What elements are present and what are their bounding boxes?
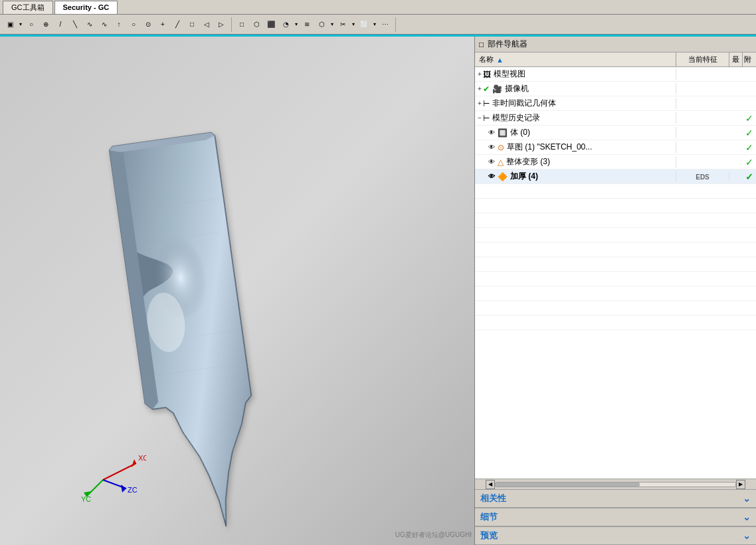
tree-row-model-views[interactable]: + 🖼 模型视图 — [475, 67, 756, 82]
toolbar-btn-snap[interactable]: ⊕ — [39, 17, 53, 32]
chevron-related: ⌄ — [743, 493, 751, 504]
toolbar-btn-slash[interactable]: ╱ — [170, 17, 185, 32]
toolbar-btn-fill[interactable]: ◁ — [199, 17, 214, 32]
tree-row-empty-2 — [475, 199, 756, 213]
toolbar-area: ▣ ▾ ○ ⊕ / ╲ ∿ ∿ ↑ ○ ⊙ + ╱ □ ◁ ▷ □ ⬡ ⬛ ◔ … — [0, 15, 756, 35]
viewport[interactable]: XC YC ZC UG爱好者论坛@UGUGHI — [0, 37, 474, 545]
nav-header: □ 部件导航器 — [475, 37, 756, 53]
tree-row-camera[interactable]: + ✔ 🎥 摄像机 — [475, 82, 756, 96]
toolbar-btn-blend[interactable]: ⬡ — [314, 17, 329, 32]
toolbar-btn-feature[interactable]: ⬜ — [357, 17, 371, 32]
title-bar: GC工具箱 Security - GC — [0, 0, 756, 15]
col-feature-header[interactable]: 当前特征 — [676, 53, 729, 66]
tree-cell-thicken-name: 👁 🔶 加厚 (4) — [475, 171, 676, 182]
watermark: UG爱好者论坛@UGUGHI — [395, 530, 472, 540]
tree-row-empty-10 — [475, 316, 756, 330]
tree-row-empty-3 — [475, 213, 756, 228]
tree-cell-model-views-name: + 🖼 模型视图 — [475, 68, 676, 80]
tree-cell-nontimestamp-name: + ⊢ 非时间戳记几何体 — [475, 98, 676, 109]
toolbar-dropdown-3[interactable]: ▾ — [329, 17, 335, 32]
tab-security-gc[interactable]: Security - GC — [54, 1, 118, 14]
toolbar-dropdown-2[interactable]: ▾ — [293, 17, 300, 32]
toolbar-btn-more[interactable]: ⋯ — [378, 17, 393, 32]
toolbar-btn-sweep[interactable]: ≋ — [300, 17, 314, 32]
tree-row-nontimestamp[interactable]: + ⊢ 非时间戳记几何体 — [475, 96, 756, 111]
toolbar-dropdown-1[interactable]: ▾ — [17, 17, 24, 32]
toolbar-btn-wireframe[interactable]: ○ — [24, 17, 39, 32]
bottom-sections: 相关性 ⌄ 细节 ⌄ 预览 ⌄ — [475, 489, 756, 545]
tree-row-empty-8 — [475, 286, 756, 301]
right-panel: □ 部件导航器 名称 ▲ 当前特征 最 附 + — [474, 37, 756, 545]
tree-cell-history-name: − ⊢ 模型历史记录 — [475, 112, 676, 124]
svg-marker-14 — [121, 485, 126, 492]
toolbar-btn-select[interactable]: ▣ — [3, 17, 17, 32]
svg-line-7 — [103, 463, 136, 480]
tree-row-body[interactable]: 👁 🔲 体 (0) ✓ — [475, 126, 756, 140]
col-name-header[interactable]: 名称 ▲ — [475, 53, 676, 66]
toolbar-btn-rect[interactable]: □ — [185, 17, 199, 32]
scroll-track[interactable] — [495, 482, 736, 487]
tree-row-sketch[interactable]: 👁 ⊙ 草图 (1) "SKETCH_00... ✓ — [475, 140, 756, 155]
col-hide-header[interactable]: 附 — [743, 53, 756, 66]
toolbar-btn-point[interactable]: ⊙ — [141, 17, 155, 32]
toolbar-btn-arc[interactable]: ╲ — [68, 17, 82, 32]
tree-cell-body-name: 👁 🔲 体 (0) — [475, 127, 676, 138]
chevron-preview: ⌄ — [743, 530, 751, 541]
tree-row-empty-5 — [475, 243, 756, 257]
toolbar-btn-plus[interactable]: + — [155, 17, 170, 32]
chevron-detail: ⌄ — [743, 512, 751, 522]
tree-row-empty-1 — [475, 184, 756, 199]
section-detail[interactable]: 细节 ⌄ — [475, 508, 756, 526]
section-related[interactable]: 相关性 ⌄ — [475, 489, 756, 508]
tree-area[interactable]: + 🖼 模型视图 + ✔ 🎥 摄像机 — [475, 67, 756, 479]
toolbar-btn-circle[interactable]: ○ — [126, 17, 141, 32]
tree-row-thicken[interactable]: 👁 🔶 加厚 (4) EDS ✓ — [475, 169, 756, 184]
svg-text:YC: YC — [81, 495, 91, 503]
toolbar-dropdown-4[interactable]: ▾ — [350, 17, 357, 32]
scroll-left-btn[interactable]: ◀ — [486, 480, 495, 489]
toolbar-btn-revolve[interactable]: ◔ — [278, 17, 293, 32]
toolbar-btn-extrude[interactable]: ⬛ — [264, 17, 278, 32]
toolbar-btn-line[interactable]: / — [53, 17, 68, 32]
tree-row-empty-7 — [475, 272, 756, 286]
svg-rect-0 — [0, 37, 474, 545]
tree-row-history[interactable]: − ⊢ 模型历史记录 ✓ — [475, 111, 756, 126]
tree-row-empty-9 — [475, 301, 756, 316]
tree-row-empty-4 — [475, 228, 756, 243]
h-scrollbar[interactable]: ◀ ▶ — [475, 479, 756, 489]
toolbar-btn-bridge[interactable]: ∿ — [97, 17, 112, 32]
tree-row-empty-6 — [475, 257, 756, 272]
section-preview[interactable]: 预览 ⌄ — [475, 526, 756, 545]
nav-title: 部件导航器 — [488, 39, 527, 50]
toolbar-btn-box2[interactable]: ⬡ — [249, 17, 264, 32]
toolbar-btn-offset[interactable]: ▷ — [214, 17, 229, 32]
toolbar-dropdown-5[interactable]: ▾ — [371, 17, 378, 32]
svg-marker-8 — [132, 459, 136, 467]
col-max-header[interactable]: 最 — [729, 53, 743, 66]
tree-col-header: 名称 ▲ 当前特征 最 附 — [475, 53, 756, 67]
svg-text:XC: XC — [138, 454, 146, 462]
toolbar-group-1: ▣ ▾ ○ ⊕ / ╲ ∿ ∿ ↑ ○ ⊙ + ╱ □ ◁ ▷ — [3, 17, 232, 32]
toolbar-btn-trim[interactable]: ✂ — [335, 17, 350, 32]
toolbar-btn-up[interactable]: ↑ — [112, 17, 126, 32]
coord-axes: XC YC ZC — [80, 443, 146, 505]
tree-cell-camera-name: + ✔ 🎥 摄像机 — [475, 83, 676, 94]
toolbar-group-2: □ ⬡ ⬛ ◔ ▾ ≋ ⬡ ▾ ✂ ▾ ⬜ ▾ ⋯ — [235, 17, 396, 32]
nav-icon: □ — [479, 40, 484, 49]
tree-cell-deform-name: 👁 △ 整体变形 (3) — [475, 156, 676, 167]
svg-text:ZC: ZC — [128, 486, 138, 494]
toolbar-btn-curve[interactable]: ∿ — [82, 17, 97, 32]
toolbar-btn-box[interactable]: □ — [235, 17, 249, 32]
tree-cell-sketch-name: 👁 ⊙ 草图 (1) "SKETCH_00... — [475, 142, 676, 153]
model-svg — [0, 37, 474, 545]
main-layout: XC YC ZC UG爱好者论坛@UGUGHI □ 部件导航器 — [0, 37, 756, 545]
tab-gc-toolbox[interactable]: GC工具箱 — [3, 1, 53, 14]
tree-row-deform[interactable]: 👁 △ 整体变形 (3) ✓ — [475, 155, 756, 169]
scroll-right-btn[interactable]: ▶ — [736, 480, 745, 489]
